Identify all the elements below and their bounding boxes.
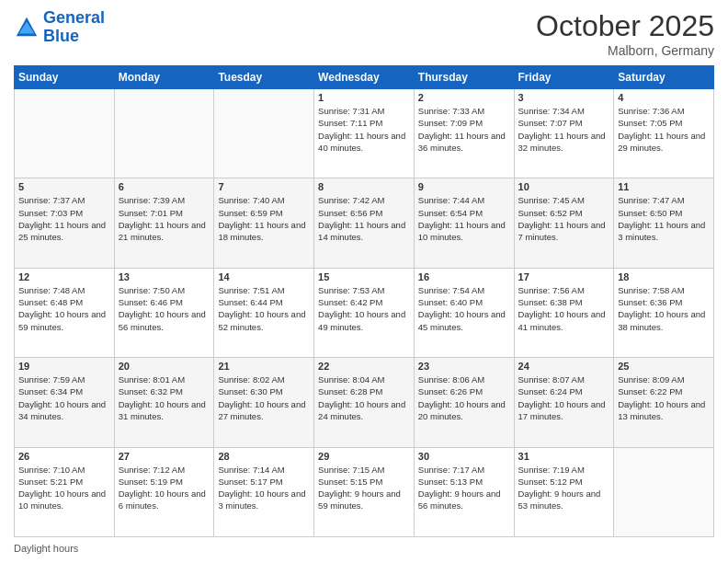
day-info: Sunrise: 7:36 AM Sunset: 7:05 PM Dayligh…: [618, 105, 710, 154]
table-row: 31Sunrise: 7:19 AM Sunset: 5:12 PM Dayli…: [514, 447, 614, 536]
table-row: [114, 89, 214, 178]
day-number: 31: [518, 451, 610, 462]
day-info: Sunrise: 7:51 AM Sunset: 6:44 PM Dayligh…: [218, 284, 310, 333]
day-info: Sunrise: 8:01 AM Sunset: 6:32 PM Dayligh…: [119, 373, 210, 422]
day-number: 5: [18, 181, 110, 192]
day-info: Sunrise: 7:37 AM Sunset: 7:03 PM Dayligh…: [18, 194, 110, 243]
day-number: 28: [218, 451, 310, 462]
day-info: Sunrise: 7:14 AM Sunset: 5:17 PM Dayligh…: [218, 464, 310, 512]
day-number: 11: [618, 181, 710, 192]
table-row: [15, 89, 115, 178]
day-info: Sunrise: 7:50 AM Sunset: 6:46 PM Dayligh…: [119, 284, 210, 333]
table-row: 1Sunrise: 7:31 AM Sunset: 7:11 PM Daylig…: [314, 89, 415, 178]
day-info: Sunrise: 7:10 AM Sunset: 5:21 PM Dayligh…: [18, 464, 110, 512]
logo: General Blue: [14, 9, 105, 46]
day-info: Sunrise: 7:44 AM Sunset: 6:54 PM Dayligh…: [418, 194, 510, 243]
day-info: Sunrise: 7:34 AM Sunset: 7:07 PM Dayligh…: [518, 105, 610, 154]
footer: Daylight hours: [14, 543, 714, 554]
day-number: 29: [318, 451, 410, 462]
col-saturday: Saturday: [614, 66, 714, 89]
calendar-week-row: 1Sunrise: 7:31 AM Sunset: 7:11 PM Daylig…: [15, 89, 714, 178]
month-title: October 2025: [536, 9, 714, 43]
day-number: 22: [318, 361, 410, 372]
table-row: 20Sunrise: 8:01 AM Sunset: 6:32 PM Dayli…: [114, 358, 214, 447]
col-tuesday: Tuesday: [214, 66, 314, 89]
table-row: 8Sunrise: 7:42 AM Sunset: 6:56 PM Daylig…: [314, 178, 415, 268]
table-row: [214, 89, 314, 178]
table-row: 13Sunrise: 7:50 AM Sunset: 6:46 PM Dayli…: [114, 268, 214, 357]
day-info: Sunrise: 7:42 AM Sunset: 6:56 PM Dayligh…: [318, 194, 410, 243]
day-number: 21: [218, 361, 310, 372]
table-row: 10Sunrise: 7:45 AM Sunset: 6:52 PM Dayli…: [514, 178, 614, 268]
table-row: 24Sunrise: 8:07 AM Sunset: 6:24 PM Dayli…: [514, 358, 614, 447]
day-info: Sunrise: 7:47 AM Sunset: 6:50 PM Dayligh…: [618, 194, 710, 243]
footer-text: Daylight hours: [14, 543, 78, 554]
day-number: 4: [618, 92, 710, 103]
day-number: 3: [518, 92, 610, 103]
header: General Blue October 2025 Malborn, Germa…: [14, 9, 714, 58]
day-number: 24: [518, 361, 610, 372]
calendar-table: Sunday Monday Tuesday Wednesday Thursday…: [14, 65, 714, 537]
day-number: 10: [518, 181, 610, 192]
calendar-week-row: 12Sunrise: 7:48 AM Sunset: 6:48 PM Dayli…: [15, 268, 714, 357]
day-info: Sunrise: 7:33 AM Sunset: 7:09 PM Dayligh…: [418, 105, 510, 154]
title-block: October 2025 Malborn, Germany: [536, 9, 714, 58]
day-number: 8: [318, 181, 410, 192]
col-thursday: Thursday: [414, 66, 514, 89]
table-row: 22Sunrise: 8:04 AM Sunset: 6:28 PM Dayli…: [314, 358, 415, 447]
day-info: Sunrise: 8:02 AM Sunset: 6:30 PM Dayligh…: [218, 373, 310, 422]
table-row: 15Sunrise: 7:53 AM Sunset: 6:42 PM Dayli…: [314, 268, 415, 357]
day-number: 6: [119, 181, 210, 192]
table-row: 3Sunrise: 7:34 AM Sunset: 7:07 PM Daylig…: [514, 89, 614, 178]
table-row: 23Sunrise: 8:06 AM Sunset: 6:26 PM Dayli…: [414, 358, 514, 447]
day-info: Sunrise: 7:59 AM Sunset: 6:34 PM Dayligh…: [18, 373, 110, 422]
calendar-week-row: 19Sunrise: 7:59 AM Sunset: 6:34 PM Dayli…: [15, 358, 714, 447]
day-info: Sunrise: 7:12 AM Sunset: 5:19 PM Dayligh…: [119, 464, 210, 512]
table-row: 19Sunrise: 7:59 AM Sunset: 6:34 PM Dayli…: [15, 358, 115, 447]
day-number: 1: [318, 92, 410, 103]
table-row: 28Sunrise: 7:14 AM Sunset: 5:17 PM Dayli…: [214, 447, 314, 536]
logo-icon: [14, 15, 40, 40]
day-info: Sunrise: 7:15 AM Sunset: 5:15 PM Dayligh…: [318, 464, 410, 512]
day-number: 26: [18, 451, 110, 462]
table-row: 17Sunrise: 7:56 AM Sunset: 6:38 PM Dayli…: [514, 268, 614, 357]
day-number: 27: [119, 451, 210, 462]
day-info: Sunrise: 7:54 AM Sunset: 6:40 PM Dayligh…: [418, 284, 510, 333]
day-info: Sunrise: 7:39 AM Sunset: 7:01 PM Dayligh…: [119, 194, 210, 243]
day-number: 13: [119, 271, 210, 282]
table-row: 2Sunrise: 7:33 AM Sunset: 7:09 PM Daylig…: [414, 89, 514, 178]
day-number: 19: [18, 361, 110, 372]
table-row: 7Sunrise: 7:40 AM Sunset: 6:59 PM Daylig…: [214, 178, 314, 268]
col-monday: Monday: [114, 66, 214, 89]
day-number: 20: [119, 361, 210, 372]
table-row: 30Sunrise: 7:17 AM Sunset: 5:13 PM Dayli…: [414, 447, 514, 536]
day-info: Sunrise: 7:17 AM Sunset: 5:13 PM Dayligh…: [418, 464, 510, 512]
day-number: 16: [418, 271, 510, 282]
calendar-header-row: Sunday Monday Tuesday Wednesday Thursday…: [15, 66, 714, 89]
table-row: 11Sunrise: 7:47 AM Sunset: 6:50 PM Dayli…: [614, 178, 714, 268]
table-row: 27Sunrise: 7:12 AM Sunset: 5:19 PM Dayli…: [114, 447, 214, 536]
day-number: 15: [318, 271, 410, 282]
day-info: Sunrise: 8:04 AM Sunset: 6:28 PM Dayligh…: [318, 373, 410, 422]
col-sunday: Sunday: [15, 66, 115, 89]
location: Malborn, Germany: [536, 43, 714, 58]
day-number: 7: [218, 181, 310, 192]
table-row: 18Sunrise: 7:58 AM Sunset: 6:36 PM Dayli…: [614, 268, 714, 357]
table-row: 26Sunrise: 7:10 AM Sunset: 5:21 PM Dayli…: [15, 447, 115, 536]
table-row: 12Sunrise: 7:48 AM Sunset: 6:48 PM Dayli…: [15, 268, 115, 357]
day-number: 2: [418, 92, 510, 103]
calendar-week-row: 5Sunrise: 7:37 AM Sunset: 7:03 PM Daylig…: [15, 178, 714, 268]
table-row: 4Sunrise: 7:36 AM Sunset: 7:05 PM Daylig…: [614, 89, 714, 178]
table-row: 9Sunrise: 7:44 AM Sunset: 6:54 PM Daylig…: [414, 178, 514, 268]
table-row: 14Sunrise: 7:51 AM Sunset: 6:44 PM Dayli…: [214, 268, 314, 357]
table-row: 29Sunrise: 7:15 AM Sunset: 5:15 PM Dayli…: [314, 447, 415, 536]
day-number: 25: [618, 361, 710, 372]
day-info: Sunrise: 7:19 AM Sunset: 5:12 PM Dayligh…: [518, 464, 610, 512]
col-wednesday: Wednesday: [314, 66, 415, 89]
table-row: 6Sunrise: 7:39 AM Sunset: 7:01 PM Daylig…: [114, 178, 214, 268]
day-info: Sunrise: 7:56 AM Sunset: 6:38 PM Dayligh…: [518, 284, 610, 333]
day-info: Sunrise: 8:09 AM Sunset: 6:22 PM Dayligh…: [618, 373, 710, 422]
day-info: Sunrise: 7:31 AM Sunset: 7:11 PM Dayligh…: [318, 105, 410, 154]
day-info: Sunrise: 7:58 AM Sunset: 6:36 PM Dayligh…: [618, 284, 710, 333]
page: General Blue October 2025 Malborn, Germa…: [0, 0, 728, 563]
